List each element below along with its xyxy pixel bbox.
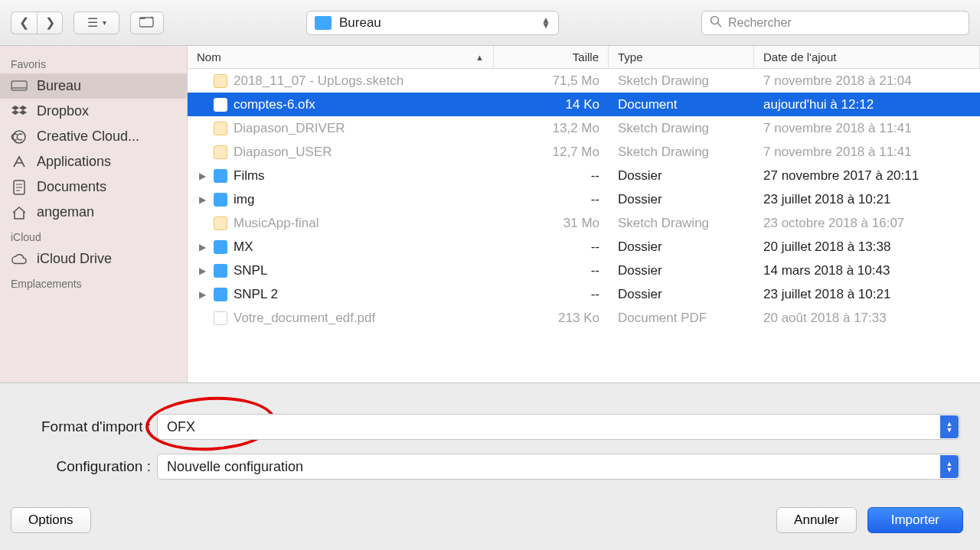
updown-icon: ▲▼ [541, 18, 550, 28]
location-label: Bureau [339, 15, 381, 31]
file-name: img [234, 192, 254, 207]
table-row[interactable]: Votre_document_edf.pdf213 KoDocument PDF… [188, 306, 980, 330]
sidebar-item[interactable]: angeman [0, 200, 187, 225]
format-value: OFX [167, 419, 195, 435]
action-bar: Options Annuler Importer [0, 507, 980, 550]
format-select[interactable]: OFX ▲▼ [157, 414, 960, 440]
file-name: MusicApp-final [234, 216, 319, 231]
file-size: 31 Mo [494, 216, 609, 231]
search-field[interactable]: Rechercher [701, 11, 969, 35]
new-folder-button[interactable]: + [130, 11, 164, 34]
table-row[interactable]: ▶Films--Dossier27 novembre 2017 à 20:11 [188, 164, 980, 187]
disclosure-icon[interactable]: ▶ [197, 289, 207, 300]
apps-icon [11, 155, 28, 169]
table-row[interactable]: ▶img--Dossier23 juillet 2018 à 10:21 [188, 187, 980, 211]
view-mode-button[interactable]: ☰ ▾ [74, 11, 119, 34]
svg-line-3 [718, 23, 722, 27]
forward-button[interactable]: ❯ [37, 11, 63, 34]
file-type: Sketch Drawing [609, 73, 754, 89]
file-date: 23 juillet 2018 à 10:21 [754, 287, 980, 302]
file-date: 7 novembre 2018 à 11:41 [754, 121, 980, 136]
file-date: aujourd'hui à 12:12 [754, 97, 980, 112]
table-row[interactable]: ▶MX--Dossier20 juillet 2018 à 13:38 [188, 235, 980, 259]
cc-icon [11, 130, 28, 144]
svg-rect-4 [11, 81, 27, 90]
disclosure-icon[interactable]: ▶ [197, 265, 207, 276]
table-row[interactable]: Diapason_USER12,7 MoSketch Drawing7 nove… [188, 140, 980, 164]
file-type: Sketch Drawing [609, 121, 754, 136]
sidebar-item[interactable]: iCloud Drive [0, 246, 187, 272]
sidebar-item-label: Applications [37, 154, 111, 170]
file-date: 20 juillet 2018 à 13:38 [754, 239, 980, 255]
file-name: comptes-6.ofx [234, 97, 315, 112]
stepper-icon: ▲▼ [940, 415, 959, 438]
file-date: 20 août 2018 à 17:33 [754, 311, 980, 326]
sidebar-item-label: iCloud Drive [37, 251, 112, 267]
sidebar-item[interactable]: Creative Cloud... [0, 124, 187, 149]
home-icon [11, 206, 28, 220]
stepper-icon: ▲▼ [940, 455, 959, 478]
col-date[interactable]: Date de l'ajout [754, 46, 980, 68]
table-row[interactable]: comptes-6.ofx14 KoDocumentaujourd'hui à … [188, 93, 980, 116]
file-size: 71,5 Mo [494, 73, 609, 89]
file-type: Dossier [609, 168, 754, 184]
file-date: 14 mars 2018 à 10:43 [754, 263, 980, 278]
sidebar-item-label: Documents [37, 179, 106, 195]
svg-text:+: + [150, 15, 154, 21]
cancel-button[interactable]: Annuler [776, 507, 857, 533]
format-label: Format d'import : [0, 418, 157, 435]
column-headers: Nom ▲ Taille Type Date de l'ajout [188, 46, 980, 69]
col-type[interactable]: Type [609, 46, 754, 68]
main-split: FavorisBureauDropboxCreative Cloud...App… [0, 46, 980, 382]
folder-icon [214, 169, 227, 183]
sketch-icon [214, 122, 227, 135]
import-button[interactable]: Importer [867, 507, 963, 533]
col-name[interactable]: Nom ▲ [188, 46, 494, 68]
table-row[interactable]: 2018_11_07 - UpLogs.sketch71,5 MoSketch … [188, 69, 980, 93]
file-name: Votre_document_edf.pdf [234, 311, 375, 326]
file-size: 14 Ko [494, 97, 609, 112]
disclosure-icon[interactable]: ▶ [197, 194, 207, 205]
sketch-icon [214, 145, 227, 159]
rows-container: 2018_11_07 - UpLogs.sketch71,5 MoSketch … [188, 69, 980, 382]
file-size: 12,7 Mo [494, 145, 609, 160]
sidebar-item[interactable]: Applications [0, 149, 187, 174]
sidebar-section-title: iCloud [0, 225, 187, 246]
dropbox-icon [11, 105, 28, 119]
disclosure-icon[interactable]: ▶ [197, 242, 207, 252]
file-type: Document [609, 97, 754, 112]
svg-point-2 [711, 16, 719, 24]
file-size: 13,2 Mo [494, 121, 609, 136]
col-size[interactable]: Taille [494, 46, 609, 68]
options-button[interactable]: Options [11, 507, 91, 533]
svg-point-6 [13, 131, 25, 143]
table-row[interactable]: MusicApp-final31 MoSketch Drawing23 octo… [188, 211, 980, 235]
location-popup[interactable]: Bureau ▲▼ [306, 11, 559, 35]
sidebar-item[interactable]: Documents [0, 174, 187, 200]
file-size: -- [494, 168, 609, 184]
sidebar-item-label: Dropbox [37, 103, 89, 119]
folder-icon [214, 240, 227, 254]
import-panel: Format d'import : OFX ▲▼ Configuration :… [0, 382, 980, 550]
folder-icon [214, 193, 227, 207]
sidebar-item[interactable]: Bureau [0, 73, 187, 99]
back-button[interactable]: ❮ [11, 11, 37, 34]
sidebar-item[interactable]: Dropbox [0, 99, 187, 124]
file-date: 23 octobre 2018 à 16:07 [754, 216, 980, 231]
sidebar-section-title: Favoris [0, 52, 187, 73]
sort-asc-icon: ▲ [475, 53, 484, 62]
config-select[interactable]: Nouvelle configuration ▲▼ [157, 454, 960, 480]
file-date: 7 novembre 2018 à 21:04 [754, 73, 980, 89]
table-row[interactable]: ▶SNPL 2--Dossier23 juillet 2018 à 10:21 [188, 282, 980, 306]
pdf-icon [214, 311, 227, 325]
file-name: Films [234, 168, 265, 184]
file-name: Diapason_DRIVER [234, 121, 345, 136]
desktop-icon [11, 80, 28, 93]
file-size: 213 Ko [494, 311, 609, 326]
disclosure-icon[interactable]: ▶ [197, 171, 207, 181]
sidebar-section-title: Emplacements [0, 272, 187, 293]
folder-icon [315, 16, 332, 30]
table-row[interactable]: Diapason_DRIVER13,2 MoSketch Drawing7 no… [188, 116, 980, 140]
file-name: SNPL 2 [234, 287, 278, 302]
table-row[interactable]: ▶SNPL--Dossier14 mars 2018 à 10:43 [188, 259, 980, 282]
